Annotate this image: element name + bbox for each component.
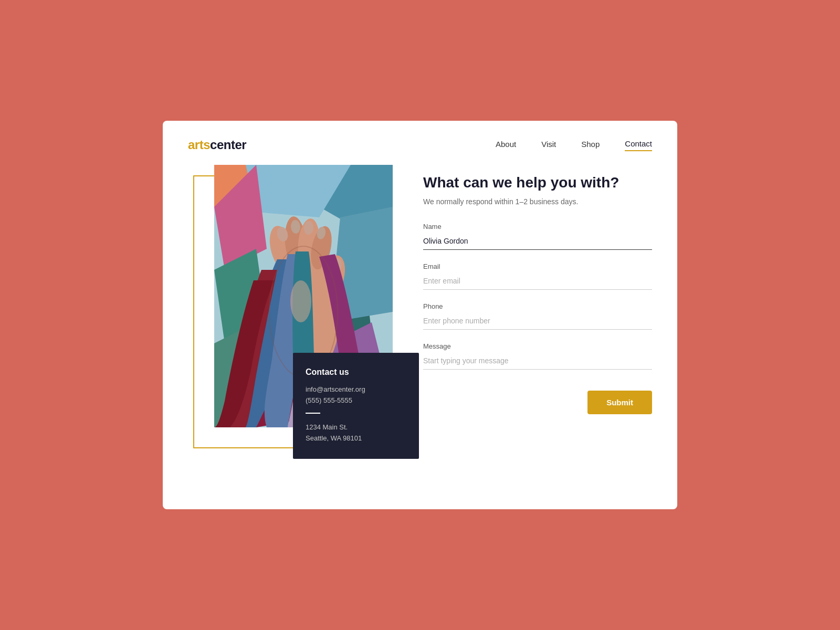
message-input[interactable] [423, 354, 652, 370]
logo: artscenter [188, 138, 246, 152]
contact-divider [306, 413, 320, 414]
name-input[interactable] [423, 235, 652, 250]
address-line1: 1234 Main St. [306, 422, 406, 433]
message-label: Message [423, 342, 652, 350]
email-input[interactable] [423, 275, 652, 290]
main-content: Contact us info@artscenter.org (555) 555… [163, 165, 677, 495]
contact-info-email: info@artscenter.org [306, 385, 406, 393]
submit-button[interactable]: Submit [587, 391, 652, 414]
nav-visit[interactable]: Visit [541, 140, 556, 151]
contact-address: 1234 Main St. Seattle, WA 98101 [306, 422, 406, 444]
name-field: Name [423, 223, 652, 250]
email-field: Email [423, 262, 652, 290]
email-label: Email [423, 262, 652, 270]
nav: About Visit Shop Contact [496, 139, 652, 151]
phone-input[interactable] [423, 314, 652, 330]
header: artscenter About Visit Shop Contact [163, 121, 677, 165]
message-field: Message [423, 342, 652, 370]
contact-info-box: Contact us info@artscenter.org (555) 555… [293, 353, 419, 459]
artwork-section: Contact us info@artscenter.org (555) 555… [188, 165, 398, 469]
logo-center: center [210, 138, 246, 152]
form-section: What can we help you with? We normally r… [423, 165, 652, 414]
nav-about[interactable]: About [496, 140, 516, 151]
phone-field: Phone [423, 302, 652, 330]
main-card: artscenter About Visit Shop Contact [163, 121, 677, 509]
nav-contact[interactable]: Contact [625, 139, 652, 151]
form-heading: What can we help you with? [423, 173, 652, 192]
name-label: Name [423, 223, 652, 230]
address-line2: Seattle, WA 98101 [306, 433, 406, 444]
logo-arts: arts [188, 138, 210, 152]
nav-shop[interactable]: Shop [581, 140, 600, 151]
form-subheading: We normally respond within 1–2 business … [423, 197, 652, 206]
svg-point-26 [290, 280, 311, 322]
phone-label: Phone [423, 302, 652, 310]
contact-info-title: Contact us [306, 368, 406, 377]
contact-info-phone: (555) 555-5555 [306, 396, 406, 404]
